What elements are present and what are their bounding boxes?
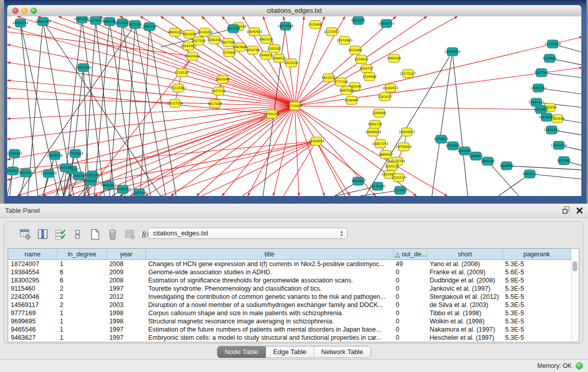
network-node[interactable]: 7485083 [387, 54, 401, 62]
network-node[interactable]: 8322034 [284, 59, 298, 67]
column-header-year[interactable]: year [106, 249, 145, 260]
network-node[interactable]: 9329966 [542, 54, 557, 62]
table-cell[interactable]: Stergiakouli et al. (2012) [427, 293, 503, 301]
table-cell[interactable]: 2003 [106, 301, 145, 309]
network-node[interactable]: 7915139 [142, 23, 157, 31]
network-node[interactable]: 3175685 [222, 49, 236, 57]
table-cell[interactable]: Jankovic et al. (1997) [427, 285, 503, 293]
table-cell[interactable]: 19384554 [8, 268, 57, 276]
table-cell[interactable]: 9777169 [8, 309, 57, 317]
table-cell[interactable]: 2012 [106, 293, 145, 301]
network-edge[interactable] [7, 32, 192, 56]
network-node[interactable]: 15136141 [369, 182, 386, 190]
table-cell[interactable]: 5.9E-5 [503, 276, 571, 285]
network-node[interactable]: 9861038 [259, 35, 273, 43]
network-node[interactable]: 2522514 [391, 173, 406, 182]
network-edge[interactable] [7, 27, 295, 106]
table-cell[interactable]: 18300295 [8, 276, 57, 285]
network-node[interactable]: 2967608 [233, 43, 247, 51]
table-cell[interactable]: 1 [57, 309, 107, 317]
network-edge[interactable] [452, 52, 468, 196]
network-node[interactable]: 9417004 [208, 100, 222, 108]
network-edge[interactable] [120, 106, 295, 196]
table-cell[interactable]: 9115460 [8, 285, 57, 293]
network-node[interactable]: 18226058 [197, 28, 213, 36]
network-node[interactable]: 1733426 [393, 186, 407, 194]
table-cell[interactable]: 1997 [106, 325, 145, 334]
table-cell[interactable]: 2 [57, 285, 107, 293]
table-cell[interactable]: Embryonic stem cells: a model to study s… [146, 334, 394, 342]
table-cell[interactable]: 0 [393, 276, 427, 285]
network-edge[interactable] [17, 106, 295, 196]
table-cell[interactable]: Corpus callosum shape and size in male p… [146, 309, 394, 317]
network-node[interactable]: 9777169 [334, 78, 348, 86]
table-cell[interactable]: 1 [57, 260, 107, 269]
table-cell[interactable]: 1998 [106, 317, 145, 325]
table-cell[interactable]: 5.3E-5 [503, 260, 571, 269]
network-edge[interactable] [130, 114, 272, 196]
table-cell[interactable]: 0 [393, 334, 427, 342]
new-table-button[interactable] [89, 229, 101, 240]
network-node[interactable]: 12103054 [551, 141, 567, 149]
table-cell[interactable]: Dudbridge et al. (2008) [427, 276, 503, 285]
table-cell[interactable]: 2 [57, 301, 107, 309]
table-cell[interactable]: Tourette syndrome. Phenomenology and cla… [146, 285, 394, 293]
network-node[interactable]: 20053346 [75, 63, 92, 72]
table-cell[interactable]: 0 [393, 293, 427, 301]
network-node[interactable]: 15692951 [543, 126, 560, 134]
network-edge[interactable] [284, 141, 316, 196]
network-node[interactable]: 9684067 [379, 150, 393, 159]
table-cell[interactable]: 2008 [106, 260, 145, 269]
table-cell[interactable]: 0 [393, 268, 427, 276]
network-node[interactable]: 19654923 [399, 128, 415, 136]
network-edge[interactable] [243, 141, 316, 196]
network-window-titlebar[interactable]: citations_edges.txt [7, 5, 581, 17]
network-node[interactable]: 17359924 [67, 149, 83, 158]
delete-table-button[interactable] [106, 229, 118, 240]
table-cell[interactable]: 49 [393, 260, 427, 269]
network-node[interactable]: 1015489 [348, 46, 362, 54]
table-row[interactable]: 969969511998Structural magnetic resonanc… [8, 317, 571, 325]
network-node[interactable]: 9895758 [368, 120, 382, 128]
network-node[interactable]: 12215432 [323, 28, 340, 36]
network-node[interactable]: 10828170 [378, 19, 395, 28]
table-scrollbar[interactable] [571, 259, 579, 342]
table-cell[interactable]: 5.3E-5 [503, 334, 571, 342]
network-node[interactable]: 8427552 [211, 87, 226, 95]
network-node[interactable]: 1161627 [378, 93, 392, 101]
network-node[interactable]: 9860123 [168, 28, 182, 36]
table-cell[interactable]: 1997 [106, 334, 145, 342]
network-edge[interactable] [316, 141, 345, 196]
table-cell[interactable]: 5.3E-5 [503, 325, 571, 334]
table-row[interactable]: 1938455462009Genome-wide association stu… [8, 268, 571, 276]
network-node[interactable]: 1804109 [481, 157, 495, 165]
table-cell[interactable]: Genome-wide association studies in ADHD. [146, 268, 394, 276]
network-edge[interactable] [7, 106, 295, 139]
table-cell[interactable]: Hescheler et al. (1997) [427, 334, 503, 342]
network-edge[interactable] [507, 166, 581, 170]
network-node[interactable]: 20691406 [35, 17, 51, 26]
network-node[interactable]: 1395159 [18, 169, 33, 177]
network-node[interactable]: 18807243 [372, 140, 388, 148]
network-node[interactable]: 9671385 [128, 20, 142, 29]
close-panel-icon[interactable] [576, 207, 583, 216]
table-cell[interactable]: 5.3E-5 [503, 317, 571, 325]
column-header-short[interactable]: short [427, 249, 503, 260]
table-cell[interactable]: 2009 [106, 268, 145, 276]
network-node[interactable]: 2036447 [344, 96, 359, 104]
network-node[interactable]: 1320162 [267, 45, 281, 53]
table-row[interactable]: 946554611997Estimation of the future num… [8, 325, 571, 334]
network-node[interactable]: 22420046 [184, 52, 201, 60]
table-cell[interactable]: 0 [393, 309, 427, 317]
column-visibility-button[interactable] [37, 229, 49, 240]
network-node[interactable]: 9227343 [534, 69, 549, 77]
table-cell[interactable]: Estimation of significance thresholds fo… [146, 276, 394, 285]
table-cell[interactable]: de Silva et al. (2003) [427, 301, 503, 309]
table-row[interactable]: 1456911722003Disruption of a novel membe… [8, 301, 571, 309]
select-all-button[interactable] [54, 229, 66, 240]
table-cell[interactable]: Tibbo et al. (1998) [427, 309, 503, 317]
table-cell[interactable]: 1998 [106, 309, 145, 317]
network-edge[interactable] [316, 141, 365, 180]
table-cell[interactable]: 5.3E-5 [503, 301, 571, 309]
tab-edge-table[interactable]: Edge Table [266, 346, 314, 358]
